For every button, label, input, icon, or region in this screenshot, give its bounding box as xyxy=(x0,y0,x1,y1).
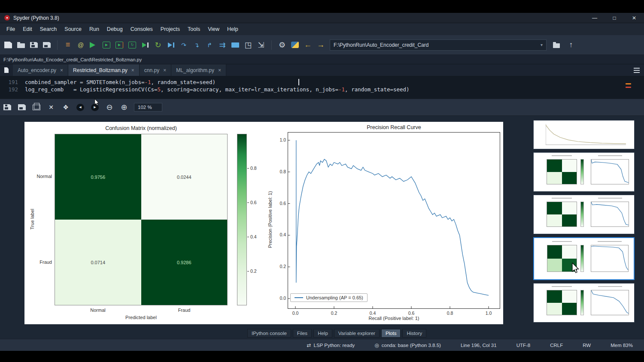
preferences-icon[interactable]: ⚙ xyxy=(278,40,286,50)
thumb-pr-curve xyxy=(591,245,629,272)
menu-consoles[interactable]: Consoles xyxy=(127,24,157,34)
editor-tab-restricted-boltzman-py[interactable]: Restricted_Boltzman.py× xyxy=(68,64,140,76)
run-selection-icon[interactable] xyxy=(141,40,149,50)
plot-thumbnail-3[interactable] xyxy=(533,195,635,234)
debug-file-icon[interactable] xyxy=(167,40,175,50)
save-all-icon[interactable] xyxy=(43,42,51,48)
pane-tab-help[interactable]: Help xyxy=(313,329,332,338)
pane-tab-history[interactable]: History xyxy=(402,329,426,338)
colorbar-tick-label: 0.8 xyxy=(250,166,257,171)
file-icon xyxy=(4,67,9,73)
thumb-pr-svg xyxy=(591,290,629,315)
dropdown-caret-icon[interactable]: ▾ xyxy=(541,42,543,47)
pr-curve-svg xyxy=(288,132,500,309)
parent-directory-icon[interactable]: ↑ xyxy=(567,40,575,50)
menu-search[interactable]: Search xyxy=(36,24,61,34)
pr-title: Precision Recall Curve xyxy=(288,124,500,130)
code-line[interactable]: 192log_reg_comb = LogisticRegressionCV(C… xyxy=(0,86,644,93)
zoom-in-icon[interactable]: ⊕ xyxy=(120,103,128,112)
colorbar-tick xyxy=(247,168,249,169)
step-into-icon[interactable]: ↴ xyxy=(193,40,200,50)
editor-tab-ml-algorithm-py[interactable]: ML_algorithm.py× xyxy=(171,64,226,76)
new-file-icon[interactable] xyxy=(4,42,12,48)
run-file-icon[interactable] xyxy=(90,42,97,48)
line-number[interactable]: 191 xyxy=(0,78,25,86)
previous-plot-icon[interactable]: ◀ xyxy=(76,104,84,111)
tab-label: Restricted_Boltzman.py xyxy=(73,67,128,73)
browse-tabs-button[interactable] xyxy=(0,64,13,76)
rerun-file-icon[interactable]: ↻ xyxy=(154,40,162,50)
warning-flag-icon[interactable] xyxy=(626,83,631,84)
pr-ytick-label: 0.8 xyxy=(274,169,286,174)
plot-thumbnail-1[interactable] xyxy=(533,120,635,149)
pr-ytick-label: 1.0 xyxy=(274,137,286,142)
rerun-cell-icon[interactable]: ↻ xyxy=(128,42,136,48)
plot-thumbnail-2[interactable] xyxy=(533,152,635,192)
editor-tab-auto-encoder-py[interactable]: Auto_encoder.py× xyxy=(13,64,68,76)
save-file-icon[interactable] xyxy=(30,42,38,48)
pane-tab-files[interactable]: Files xyxy=(293,329,312,338)
plot-thumbnail-5[interactable] xyxy=(533,283,635,323)
tab-close-icon[interactable]: × xyxy=(131,67,134,73)
status-line-196-col-31: Line 196, Col 31 xyxy=(461,343,497,348)
menu-view[interactable]: View xyxy=(204,24,223,34)
pane-tab-plots[interactable]: Plots xyxy=(381,329,401,338)
code-token: , random_state=seed) xyxy=(151,79,216,85)
menu-source[interactable]: Source xyxy=(61,24,85,34)
close-button[interactable]: ✕ xyxy=(624,13,644,23)
working-directory-value[interactable]: F:\PythonRun\Auto_Encoder_credit_Card xyxy=(334,42,428,48)
menu-edit[interactable]: Edit xyxy=(19,24,36,34)
maximize-button[interactable]: □ xyxy=(605,13,624,23)
working-directory-combo[interactable]: F:\PythonRun\Auto_Encoder_credit_Card ▾ xyxy=(330,39,547,51)
next-plot-icon[interactable]: ▶ xyxy=(91,104,99,111)
copy-plot-icon[interactable] xyxy=(33,105,40,110)
close-plot-icon[interactable]: ✕ xyxy=(47,103,55,112)
pane-tab-ipython-console[interactable]: IPython console xyxy=(247,329,291,338)
tab-label: Auto_encoder.py xyxy=(18,67,56,73)
continue-execution-icon[interactable]: ⇉ xyxy=(219,40,226,50)
plot-thumbnail-4[interactable] xyxy=(533,237,635,280)
menu-file[interactable]: File xyxy=(3,24,19,34)
open-file-icon[interactable] xyxy=(17,43,25,48)
tab-close-icon[interactable]: × xyxy=(163,67,166,73)
browse-working-directory-icon[interactable] xyxy=(553,43,560,48)
run-cell-advance-icon[interactable]: ▶ xyxy=(115,42,123,48)
pane-tab-variable-explorer[interactable]: Variable explorer xyxy=(334,329,380,338)
status-lsp-python-ready: ⇄LSP Python: ready xyxy=(307,342,355,348)
step-return-icon[interactable]: ↱ xyxy=(206,40,213,50)
line-number[interactable]: 192 xyxy=(0,86,25,93)
outline-explorer-icon[interactable]: ≡ xyxy=(64,40,72,50)
symbol-finder-icon[interactable]: @ xyxy=(77,40,85,50)
thumb-cm-cell xyxy=(547,214,562,226)
menu-projects[interactable]: Projects xyxy=(157,24,184,34)
tab-close-icon[interactable]: × xyxy=(60,67,63,73)
tab-close-icon[interactable]: × xyxy=(218,67,221,73)
pythonpath-manager-icon[interactable] xyxy=(291,42,299,48)
error-flag-icon[interactable] xyxy=(626,87,631,88)
step-over-icon[interactable]: ↷ xyxy=(180,40,188,50)
thumb-title-line xyxy=(552,286,572,287)
code-line[interactable]: 191combined_sampler = SMOTETomek(n_jobs=… xyxy=(0,78,644,86)
cm-xtick-fraud: Fraud xyxy=(167,308,201,313)
run-cell-icon[interactable]: ▶ xyxy=(103,42,110,48)
save-all-plots-icon[interactable] xyxy=(18,104,26,110)
menu-help[interactable]: Help xyxy=(223,24,242,34)
save-plot-icon[interactable] xyxy=(3,104,11,110)
maximize-pane-icon[interactable]: ◳ xyxy=(244,40,252,50)
zoom-level-display[interactable]: 102 % xyxy=(134,103,162,112)
cm-cell-normal-normal: 0.9756 xyxy=(55,134,141,220)
menu-tools[interactable]: Tools xyxy=(184,24,204,34)
fit-plots-icon[interactable]: ✥ xyxy=(62,103,70,112)
status-label: conda: base (Python 3.8.5) xyxy=(382,343,441,348)
editor-tab-cnn-py[interactable]: cnn.py× xyxy=(140,64,171,76)
minimize-button[interactable]: — xyxy=(585,13,605,23)
code-editor[interactable]: 191combined_sampler = SMOTETomek(n_jobs=… xyxy=(0,76,644,99)
fullscreen-icon[interactable]: ⇲ xyxy=(257,40,265,50)
forward-icon[interactable]: → xyxy=(317,40,325,50)
menu-debug[interactable]: Debug xyxy=(103,24,127,34)
menu-run[interactable]: Run xyxy=(85,24,103,34)
editor-options-menu-icon[interactable] xyxy=(634,68,640,73)
stop-debug-icon[interactable] xyxy=(231,42,239,48)
zoom-out-icon[interactable]: ⊖ xyxy=(106,103,113,112)
back-icon[interactable]: ← xyxy=(304,40,312,50)
